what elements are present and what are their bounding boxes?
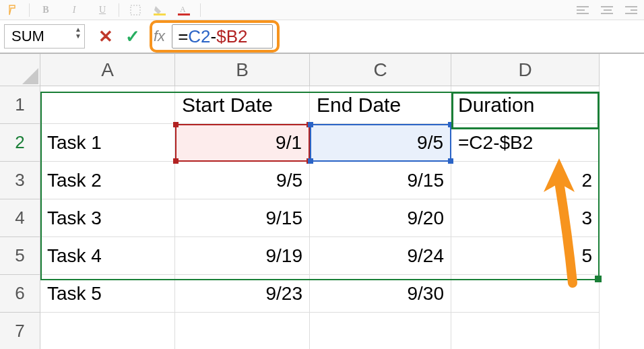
formula-eq: = [178,26,188,47]
row-header-2[interactable]: 2 [0,124,40,162]
formula-ref-c2: C2 [188,26,210,47]
cell-D7[interactable] [451,313,600,349]
cell-A6[interactable]: Task 5 [40,275,175,313]
spreadsheet-grid: 1 2 3 4 5 6 7 A B C D Start Date End Dat… [0,54,644,349]
cell-B5[interactable]: 9/19 [175,237,310,275]
cell-C5[interactable]: 9/24 [310,237,451,275]
cell-C7[interactable] [310,313,451,349]
cell-D1[interactable]: Duration [451,86,600,124]
cell-C3[interactable]: 9/15 [310,162,451,199]
cell-C2[interactable]: 9/5 [310,124,451,162]
cell-A4[interactable]: Task 3 [40,199,175,237]
cell-D6[interactable] [451,275,600,313]
cell-C1[interactable]: End Date [310,86,451,124]
formula-bar-row: SUM ▲▼ ✕ ✓ fx =C2-$B2 [0,20,644,54]
ribbon: B I U A [0,0,644,20]
svg-rect-3 [178,13,190,15]
formula-ref-b2: $B2 [216,26,247,47]
row-header-7[interactable]: 7 [0,313,40,349]
underline-icon[interactable]: U [96,4,108,16]
cell-B1[interactable]: Start Date [175,86,310,124]
name-box-stepper[interactable]: ▲▼ [75,26,82,40]
select-all-corner[interactable] [0,54,40,86]
fx-icon[interactable]: fx [154,28,165,45]
col-header-C[interactable]: C [310,54,451,86]
align-right-icon[interactable] [625,4,637,16]
cell-A3[interactable]: Task 2 [40,162,175,199]
italic-icon[interactable]: I [68,4,80,16]
cell-D5[interactable]: 5 [451,237,600,275]
fill-color-icon[interactable] [154,4,166,16]
cell-C6[interactable]: 9/30 [310,275,451,313]
formula-input[interactable]: =C2-$B2 [172,24,273,49]
cell-B3[interactable]: 9/5 [175,162,310,199]
cell-D4[interactable]: 3 [451,199,600,237]
accept-icon[interactable]: ✓ [125,26,140,47]
col-header-A[interactable]: A [40,54,175,86]
svg-rect-0 [131,5,140,15]
align-center-icon[interactable] [601,4,613,16]
formula-minus: - [211,26,217,47]
format-painter-icon[interactable] [7,4,19,16]
formula-highlight: fx =C2-$B2 [150,20,280,53]
cell-B2[interactable]: 9/1 [175,124,310,162]
borders-icon[interactable] [129,4,141,16]
row-header-5[interactable]: 5 [0,237,40,275]
name-box[interactable]: SUM ▲▼ [4,24,85,49]
col-header-B[interactable]: B [175,54,310,86]
cell-A5[interactable]: Task 4 [40,237,175,275]
cell-B4[interactable]: 9/15 [175,199,310,237]
row-header-6[interactable]: 6 [0,275,40,313]
align-left-icon[interactable] [577,4,589,16]
bold-icon[interactable]: B [40,4,52,16]
name-box-value: SUM [11,28,44,45]
cell-B7[interactable] [175,313,310,349]
cell-D2[interactable]: =C2-$B2 [451,124,600,162]
col-header-D[interactable]: D [451,54,600,86]
cancel-icon[interactable]: ✕ [98,26,113,47]
svg-text:A: A [180,5,186,14]
row-header-3[interactable]: 3 [0,162,40,199]
cell-B6[interactable]: 9/23 [175,275,310,313]
cell-D3[interactable]: 2 [451,162,600,199]
cell-C4[interactable]: 9/20 [310,199,451,237]
cell-A1[interactable] [40,86,175,124]
svg-rect-1 [154,13,166,15]
row-header-1[interactable]: 1 [0,86,40,124]
cell-A7[interactable] [40,313,175,349]
cell-A2[interactable]: Task 1 [40,124,175,162]
font-color-icon[interactable]: A [178,4,190,16]
row-header-4[interactable]: 4 [0,199,40,237]
